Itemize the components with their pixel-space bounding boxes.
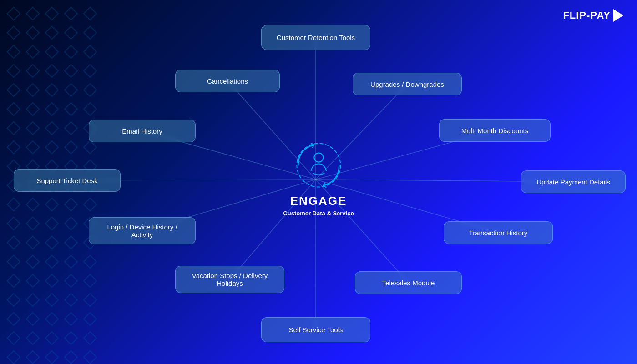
login-device-history[interactable]: Login / Device History / Activity <box>89 217 196 244</box>
update-payment-details[interactable]: Update Payment Details <box>521 170 626 193</box>
support-ticket-desk[interactable]: Support Ticket Desk <box>14 169 121 192</box>
center-subtitle: Customer Data & Service <box>283 209 354 216</box>
engage-icon <box>293 140 344 190</box>
center-node: ENGAGE Customer Data & Service <box>283 140 354 216</box>
self-service-tools[interactable]: Self Service Tools <box>261 317 370 342</box>
telesales-module[interactable]: Telesales Module <box>355 271 462 294</box>
upgrades-downgrades[interactable]: Upgrades / Downgrades <box>353 73 462 95</box>
email-history[interactable]: Email History <box>89 120 196 142</box>
center-title: ENGAGE <box>290 194 347 208</box>
play-icon <box>613 9 623 22</box>
transaction-history[interactable]: Transaction History <box>444 221 553 244</box>
logo-text: FLIP-PAY <box>563 10 611 21</box>
vacation-stops[interactable]: Vacation Stops / Delivery Holidays <box>175 266 284 293</box>
svg-point-13 <box>314 153 323 162</box>
logo: FLIP-PAY <box>563 9 623 22</box>
multi-month-discounts[interactable]: Multi Month Discounts <box>439 119 551 142</box>
cancellations[interactable]: Cancellations <box>175 70 280 92</box>
customer-retention-tools[interactable]: Customer Retention Tools <box>261 25 370 50</box>
